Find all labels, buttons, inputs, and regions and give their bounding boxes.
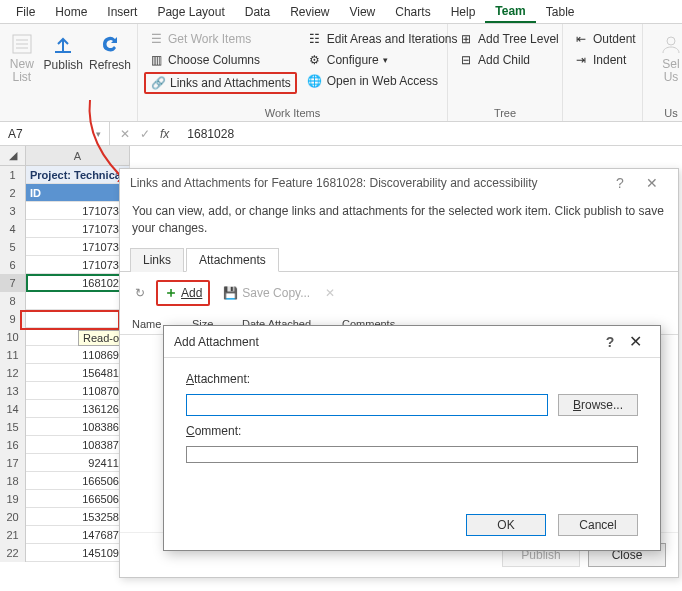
menu-home[interactable]: Home — [45, 2, 97, 22]
menu-review[interactable]: Review — [280, 2, 339, 22]
cell[interactable]: 1108690 — [26, 346, 130, 364]
row-header[interactable]: 6 — [0, 256, 26, 274]
add-child-button[interactable]: ⊟ Add Child — [454, 51, 563, 69]
menu-page-layout[interactable]: Page Layout — [147, 2, 234, 22]
help-icon[interactable]: ? — [604, 175, 636, 191]
modal-title: Add Attachment — [174, 335, 600, 349]
menu-data[interactable]: Data — [235, 2, 280, 22]
accept-formula-icon[interactable]: ✓ — [140, 127, 150, 141]
cell[interactable]: 924118 — [26, 454, 130, 472]
browse-button[interactable]: Browse... — [558, 394, 638, 416]
open-web-access-button[interactable]: 🌐 Open in Web Access — [303, 72, 462, 90]
row-header[interactable]: 12 — [0, 364, 26, 382]
column-header-a[interactable]: A — [26, 146, 130, 165]
ok-button[interactable]: OK — [466, 514, 546, 536]
new-list-label: NewList — [10, 58, 34, 84]
menu-file[interactable]: File — [6, 2, 45, 22]
cell[interactable]: 1710735 — [26, 238, 130, 256]
cell[interactable]: 1083866 — [26, 418, 130, 436]
row-header[interactable]: 11 — [0, 346, 26, 364]
readonly-tooltip: Read-o — [78, 330, 124, 346]
row-header[interactable]: 16 — [0, 436, 26, 454]
add-attachment-button[interactable]: ＋ Add — [156, 280, 210, 306]
cell[interactable]: 1 — [26, 310, 130, 328]
cell[interactable]: 1710736 — [26, 220, 130, 238]
row-header[interactable]: 5 — [0, 238, 26, 256]
cell[interactable]: 1083871 — [26, 436, 130, 454]
row-header[interactable]: 7 — [0, 274, 26, 292]
menu-insert[interactable]: Insert — [97, 2, 147, 22]
row-header[interactable]: 19 — [0, 490, 26, 508]
child-icon: ⊟ — [458, 52, 474, 68]
row-header[interactable]: 18 — [0, 472, 26, 490]
edit-icon: ☷ — [307, 31, 323, 47]
menu-team[interactable]: Team — [485, 1, 535, 23]
cell-field-header[interactable]: ID — [26, 184, 130, 202]
row-header[interactable]: 13 — [0, 382, 26, 400]
link-icon: 🔗 — [150, 75, 166, 91]
close-icon[interactable]: ✕ — [636, 175, 668, 191]
configure-button[interactable]: ⚙ Configure ▾ — [303, 51, 462, 69]
menu-bar: File Home Insert Page Layout Data Review… — [0, 0, 682, 24]
columns-icon: ▥ — [148, 52, 164, 68]
publish-button[interactable]: Publish — [44, 28, 83, 72]
fx-icon[interactable]: fx — [160, 127, 169, 141]
name-box[interactable]: A7 ▾ — [0, 122, 110, 145]
cell[interactable]: 1108700 — [26, 382, 130, 400]
row-header[interactable]: 8 — [0, 292, 26, 310]
cell[interactable]: 1564810 — [26, 364, 130, 382]
comment-input[interactable] — [186, 446, 638, 463]
attachment-input[interactable] — [186, 394, 548, 416]
row-header[interactable]: 2 — [0, 184, 26, 202]
close-icon[interactable]: ✕ — [620, 332, 650, 351]
outdent-button[interactable]: ⇤ Outdent — [569, 30, 640, 48]
row-header[interactable]: 10 — [0, 328, 26, 346]
cell-project[interactable]: Project: Technica — [26, 166, 130, 184]
menu-table[interactable]: Table — [536, 2, 585, 22]
tab-links[interactable]: Links — [130, 248, 184, 272]
cell[interactable]: 1665063 — [26, 472, 130, 490]
globe-icon: 🌐 — [307, 73, 323, 89]
row-header[interactable]: 1 — [0, 166, 26, 184]
tab-attachments[interactable]: Attachments — [186, 248, 279, 272]
edit-areas-button[interactable]: ☷ Edit Areas and Iterations — [303, 30, 462, 48]
refresh-button[interactable]: Refresh — [89, 28, 131, 72]
cell[interactable]: 1532588 — [26, 508, 130, 526]
new-list-icon — [10, 32, 34, 56]
save-copy-button: 💾 Save Copy... — [218, 284, 314, 302]
publish-label: Publish — [44, 58, 83, 72]
menu-charts[interactable]: Charts — [385, 2, 440, 22]
formula-bar: A7 ▾ ✕ ✓ fx 1681028 — [0, 122, 682, 146]
menu-view[interactable]: View — [339, 2, 385, 22]
row-header[interactable]: 22 — [0, 544, 26, 562]
choose-columns-button[interactable]: ▥ Choose Columns — [144, 51, 297, 69]
row-header[interactable]: 21 — [0, 526, 26, 544]
add-tree-level-button[interactable]: ⊞ Add Tree Level — [454, 30, 563, 48]
select-user-button: SelUs — [649, 28, 682, 84]
cell[interactable]: 1710734 — [26, 256, 130, 274]
cell[interactable]: 1710737 — [26, 202, 130, 220]
row-header[interactable]: 14 — [0, 400, 26, 418]
cell[interactable]: 1451098 — [26, 544, 130, 562]
formula-value[interactable]: 1681028 — [179, 127, 242, 141]
cell[interactable]: 1476872 — [26, 526, 130, 544]
row-header[interactable]: 15 — [0, 418, 26, 436]
select-all-corner[interactable]: ◢ — [0, 146, 26, 165]
cell[interactable]: 1 — [26, 292, 130, 310]
cell[interactable]: 1665064 — [26, 490, 130, 508]
cell[interactable]: 1681028 — [26, 274, 130, 292]
cell[interactable]: 1361268 — [26, 400, 130, 418]
refresh-icon[interactable]: ↻ — [132, 285, 148, 301]
row-header[interactable]: 17 — [0, 454, 26, 472]
links-attachments-button[interactable]: 🔗 Links and Attachments — [144, 72, 297, 94]
help-icon[interactable]: ? — [600, 334, 620, 350]
row-header[interactable]: 9 — [0, 310, 26, 328]
get-work-items-button[interactable]: ☰ Get Work Items — [144, 30, 297, 48]
row-header[interactable]: 20 — [0, 508, 26, 526]
cancel-formula-icon[interactable]: ✕ — [120, 127, 130, 141]
row-header[interactable]: 3 — [0, 202, 26, 220]
cancel-button[interactable]: Cancel — [558, 514, 638, 536]
menu-help[interactable]: Help — [441, 2, 486, 22]
indent-button[interactable]: ⇥ Indent — [569, 51, 640, 69]
row-header[interactable]: 4 — [0, 220, 26, 238]
